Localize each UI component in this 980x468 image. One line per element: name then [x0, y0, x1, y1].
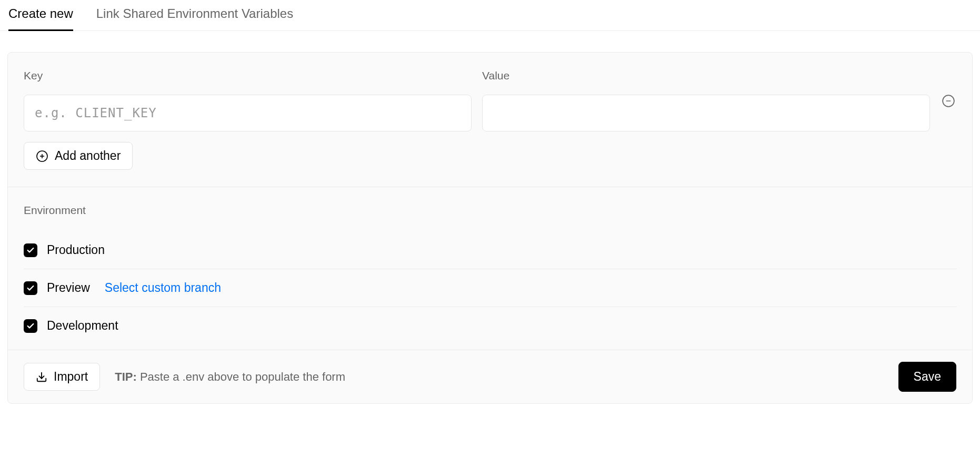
key-label: Key: [24, 69, 472, 82]
tip-text: TIP: Paste a .env above to populate the …: [115, 370, 345, 384]
checkbox-preview[interactable]: [24, 281, 37, 295]
plus-circle-icon: [36, 150, 48, 162]
env-label: Production: [47, 243, 105, 257]
tip-label: TIP:: [115, 370, 137, 383]
tab-link-shared[interactable]: Link Shared Environment Variables: [96, 0, 293, 31]
checkbox-development[interactable]: [24, 319, 37, 333]
check-icon: [26, 246, 35, 255]
download-icon: [36, 371, 47, 383]
card-footer: Import TIP: Paste a .env above to popula…: [8, 350, 972, 403]
save-button[interactable]: Save: [898, 362, 956, 392]
env-label: Preview: [47, 281, 90, 295]
env-item-preview: Preview Select custom branch: [24, 269, 956, 307]
env-item-production: Production: [24, 231, 956, 269]
import-label: Import: [54, 370, 88, 384]
value-input[interactable]: [482, 95, 930, 131]
add-another-button[interactable]: Add another: [24, 142, 133, 170]
check-icon: [26, 284, 35, 292]
select-custom-branch-link[interactable]: Select custom branch: [105, 281, 221, 295]
environment-section: Environment Production Preview Select cu…: [8, 187, 972, 350]
key-input[interactable]: [24, 95, 472, 131]
import-button[interactable]: Import: [24, 363, 100, 391]
tip-body: Paste a .env above to populate the form: [140, 370, 345, 383]
remove-row-button[interactable]: [941, 93, 956, 109]
env-item-development: Development: [24, 307, 956, 333]
value-label: Value: [482, 69, 930, 82]
tabs: Create new Link Shared Environment Varia…: [0, 0, 980, 31]
minus-circle-icon: [942, 94, 955, 108]
env-label: Development: [47, 319, 118, 333]
env-var-card: Key Value: [7, 52, 973, 404]
key-value-section: Key Value: [8, 53, 972, 187]
environment-heading: Environment: [24, 204, 956, 217]
tab-create-new[interactable]: Create new: [8, 0, 73, 31]
add-another-label: Add another: [55, 149, 121, 163]
checkbox-production[interactable]: [24, 243, 37, 257]
check-icon: [26, 322, 35, 330]
